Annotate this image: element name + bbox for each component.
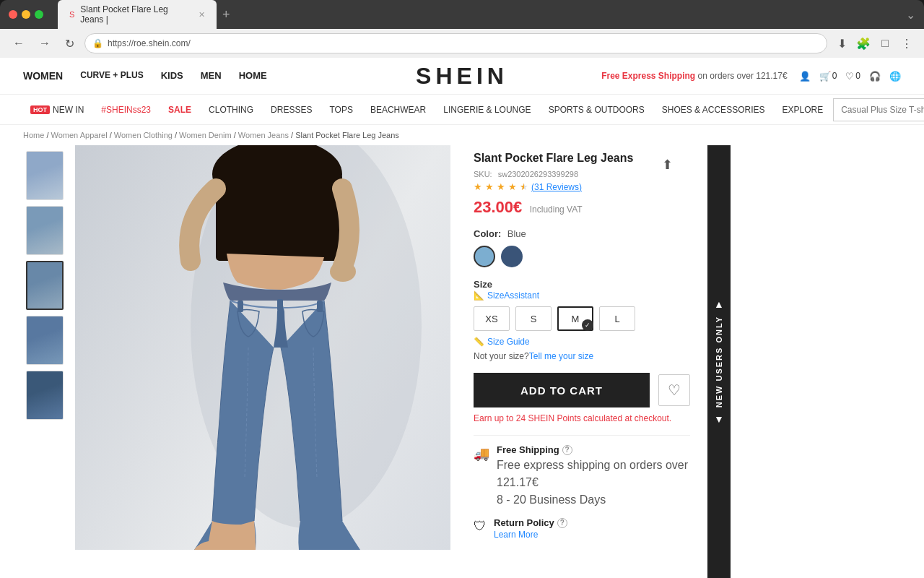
product-price: 23.00€ [474, 198, 522, 216]
size-guide-label: Size Guide [487, 337, 530, 347]
account-icon[interactable]: 👤 [799, 71, 811, 82]
reviews-link[interactable]: (31 Reviews) [531, 182, 582, 192]
return-info-icon[interactable]: ? [557, 518, 567, 528]
search-input[interactable] [834, 105, 924, 115]
sku-row: SKU: sw2302026293399298 [474, 170, 690, 178]
breadcrumb-women-denim[interactable]: Women Denim [179, 131, 232, 139]
add-to-cart-button[interactable]: ADD TO CART [474, 373, 650, 407]
size-buttons: XS S M ✓ L [474, 306, 690, 331]
return-item: 🛡 Return Policy ? Learn More [474, 517, 690, 540]
new-users-sidebar: ▲ NEW USERS ONLY ▼ [707, 145, 731, 578]
shipping-info-icon[interactable]: ? [562, 445, 572, 455]
shipping-item: 🚚 Free Shipping ? Free express shipping … [474, 444, 690, 509]
color-swatch-dark-blue[interactable] [501, 246, 523, 267]
cat-tops[interactable]: TOPS [322, 105, 359, 115]
return-text-block: Return Policy ? Learn More [494, 517, 567, 540]
on-orders-text: on orders over 121.17€ [698, 71, 788, 81]
svg-rect-5 [277, 299, 283, 311]
toolbar-actions: ⬇ 🧩 □ ⋮ [833, 35, 915, 52]
cat-new-in[interactable]: HOT NEW IN [23, 105, 91, 115]
wishlist-button[interactable]: ♡ [658, 374, 690, 406]
sidebar-up-arrow[interactable]: ▲ [714, 298, 724, 310]
size-guide-icon: 📏 [474, 337, 484, 347]
star-3: ★ [497, 181, 505, 192]
address-bar[interactable]: 🔒 https://roe.shein.com/ [84, 33, 827, 53]
site-logo[interactable]: SHEIN [416, 63, 508, 90]
tell-size-link[interactable]: Tell me your size [529, 351, 593, 361]
nav-men[interactable]: MEN [201, 70, 222, 82]
tab-bar: S Slant Pocket Flare Leg Jeans | ✕ + [58, 0, 900, 29]
thumbnail-3[interactable] [26, 261, 64, 310]
refresh-button[interactable]: ↻ [61, 34, 79, 53]
main-content: Slant Pocket Flare Leg Jeans ⬆ SKU: sw23… [0, 145, 924, 578]
thumbnail-2[interactable] [26, 206, 64, 255]
close-button[interactable] [9, 10, 17, 19]
customer-service-icon[interactable]: 🎧 [869, 71, 881, 82]
more-options-icon[interactable]: ⋮ [898, 35, 915, 52]
cat-beachwear[interactable]: BEACHWEAR [363, 105, 433, 115]
cat-explore[interactable]: EXPLORE [775, 105, 830, 115]
forward-button[interactable]: → [35, 34, 55, 53]
nav-kids[interactable]: KIDS [161, 70, 183, 82]
wishlist-icon[interactable]: ♡0 [845, 71, 860, 82]
new-tab-button[interactable]: + [222, 8, 230, 21]
sale-label: SALE [168, 105, 191, 115]
size-l[interactable]: L [599, 306, 635, 331]
svg-rect-6 [317, 301, 323, 312]
top-nav-right: Free Express Shipping on orders over 121… [601, 71, 901, 82]
cat-sports[interactable]: SPORTS & OUTDOORS [541, 105, 652, 115]
size-assistant[interactable]: 📐 SizeAssistant [474, 290, 690, 301]
cat-new-in-label: NEW IN [53, 105, 84, 115]
lock-icon: 🔒 [92, 38, 103, 48]
learn-more-link[interactable]: Learn More [494, 530, 567, 540]
minimize-button[interactable] [22, 10, 30, 19]
tab-close-button[interactable]: ✕ [199, 10, 205, 20]
cat-lingerie[interactable]: LINGERIE & LOUNGE [436, 105, 538, 115]
shipping-truck-icon: 🚚 [474, 446, 489, 462]
breadcrumb-women-jeans[interactable]: Women Jeans [238, 131, 289, 139]
star-rating: ★ ★ ★ ★ ★ ★ (31 Reviews) [474, 181, 690, 192]
cat-shoes[interactable]: SHOES & ACCESSORIES [655, 105, 772, 115]
size-xs[interactable]: XS [474, 306, 510, 331]
size-m[interactable]: M ✓ [557, 306, 593, 331]
shipping-detail: Free express shipping on orders over 121… [497, 457, 690, 509]
cat-shein-hash[interactable]: #SHEINss23 [94, 105, 158, 115]
earn-points-value: 24 [516, 413, 526, 423]
size-guide[interactable]: 📏 Size Guide [474, 337, 690, 347]
fullscreen-button[interactable] [35, 10, 43, 19]
color-swatch-light-blue[interactable] [474, 246, 495, 267]
breadcrumb-home[interactable]: Home [23, 131, 44, 139]
nav-home[interactable]: HOME [239, 70, 267, 82]
svg-rect-2 [216, 174, 342, 261]
sidebar-down-arrow[interactable]: ▼ [714, 413, 724, 425]
back-button[interactable]: ← [9, 34, 29, 53]
price-vat: Including VAT [530, 204, 583, 215]
tab-title: Slant Pocket Flare Leg Jeans | [80, 4, 193, 25]
cart-icon[interactable]: 🛒0 [819, 71, 837, 82]
size-label: Size [474, 279, 492, 290]
size-selected-check: ✓ [582, 319, 593, 331]
heart-icon: ♡ [668, 381, 681, 399]
cat-clothing[interactable]: CLOTHING [201, 105, 261, 115]
nav-curve-plus[interactable]: CURVE + PLUS [80, 70, 143, 82]
nav-women[interactable]: WOMEN [23, 70, 63, 82]
thumbnail-4[interactable] [26, 316, 64, 365]
breadcrumb-women-clothing[interactable]: Women Clothing [114, 131, 173, 139]
profile-icon[interactable]: □ [876, 35, 894, 52]
cat-sale[interactable]: SALE [161, 105, 199, 115]
thumbnail-1[interactable] [26, 151, 64, 200]
extensions-icon[interactable]: 🧩 [855, 35, 872, 52]
size-assistant-icon: 📐 [474, 290, 484, 301]
site-header: WOMEN CURVE + PLUS KIDS MEN HOME SHEIN F… [0, 58, 924, 125]
star-4: ★ [508, 181, 517, 192]
size-s[interactable]: S [515, 306, 552, 331]
download-icon[interactable]: ⬇ [833, 35, 850, 52]
nav-icons: 👤 🛒0 ♡0 🎧 🌐 [799, 71, 901, 82]
share-button[interactable]: ⬆ [662, 157, 673, 173]
active-tab[interactable]: S Slant Pocket Flare Leg Jeans | ✕ [58, 0, 217, 29]
thumbnail-5[interactable] [26, 371, 64, 420]
language-icon[interactable]: 🌐 [889, 71, 901, 82]
star-1: ★ [474, 181, 482, 192]
breadcrumb-women-apparel[interactable]: Women Apparel [51, 131, 108, 139]
cat-dresses[interactable]: DRESSES [263, 105, 319, 115]
